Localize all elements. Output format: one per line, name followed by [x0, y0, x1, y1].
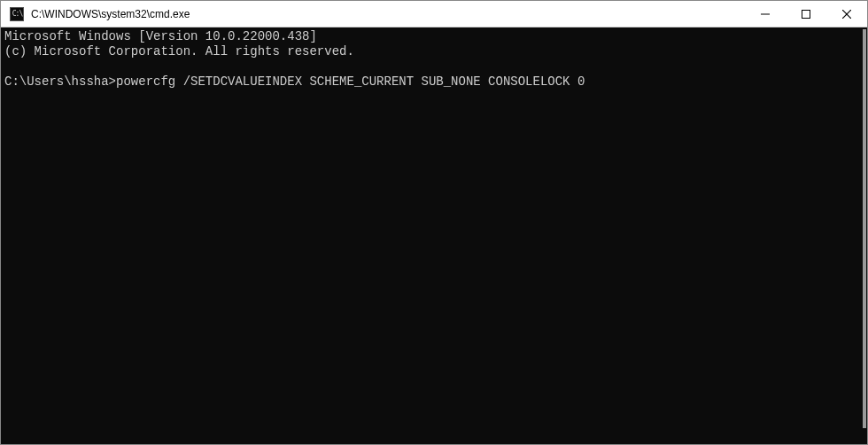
console-prompt: C:\Users\hssha> [4, 74, 116, 89]
cmd-window: C:\ C:\WINDOWS\system32\cmd.exe Microsof… [0, 0, 868, 445]
console-area[interactable]: Microsoft Windows [Version 10.0.22000.43… [1, 27, 867, 444]
console-command[interactable]: powercfg /SETDCVALUEINDEX SCHEME_CURRENT… [116, 74, 585, 89]
window-controls [745, 1, 867, 27]
svg-rect-1 [802, 10, 810, 18]
close-icon [842, 10, 851, 19]
maximize-button[interactable] [786, 1, 826, 27]
window-title: C:\WINDOWS\system32\cmd.exe [31, 8, 190, 20]
console-line: (c) Microsoft Corporation. All rights re… [4, 44, 354, 59]
console-line: Microsoft Windows [Version 10.0.22000.43… [4, 29, 317, 43]
titlebar[interactable]: C:\ C:\WINDOWS\system32\cmd.exe [1, 1, 867, 27]
console-output[interactable]: Microsoft Windows [Version 10.0.22000.43… [1, 27, 867, 90]
minimize-icon [761, 10, 770, 19]
cmd-icon: C:\ [10, 7, 24, 21]
maximize-icon [802, 10, 810, 19]
vertical-scrollbar[interactable] [863, 29, 866, 428]
minimize-button[interactable] [745, 1, 786, 27]
close-button[interactable] [826, 1, 867, 27]
